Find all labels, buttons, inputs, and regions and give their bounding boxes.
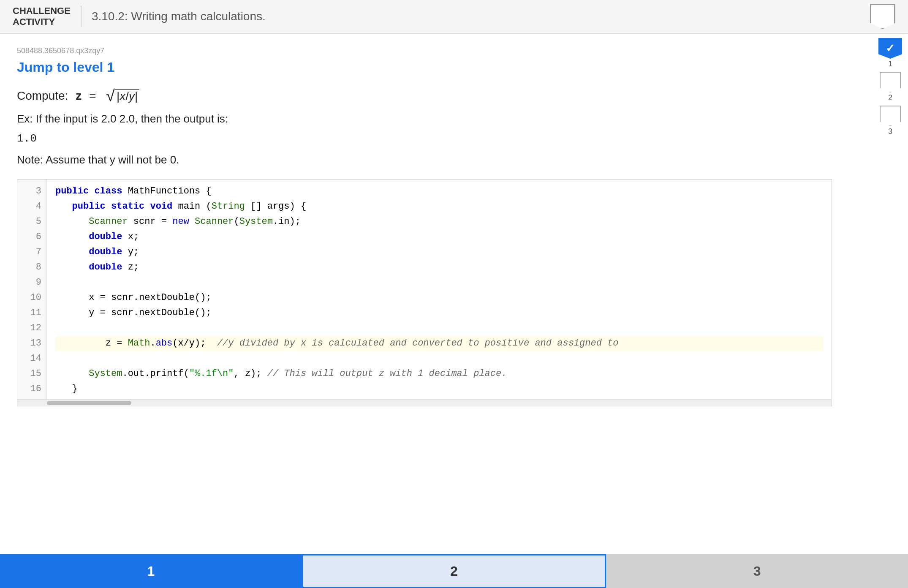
- line-num-14: 14: [17, 351, 46, 366]
- code-line-3: public class MathFunctions {: [55, 184, 823, 199]
- main-sig: main (: [178, 199, 211, 214]
- equals-sign: =: [86, 89, 99, 103]
- line-num-10: 10: [17, 290, 46, 305]
- tab-button-3[interactable]: 3: [606, 554, 908, 588]
- challenge-activity-label: CHALLENGE ACTIVITY: [13, 5, 71, 28]
- code-line-16: }: [55, 381, 823, 397]
- header: CHALLENGE ACTIVITY 3.10.2: Writing math …: [0, 0, 908, 34]
- line-numbers: 3 4 5 6 7 8 9 10 11 12 13 14 15 16 17: [17, 180, 47, 399]
- note-line: Note: Assume that y will not be 0.: [17, 153, 866, 166]
- formula-container: √ |x/y|: [106, 88, 139, 104]
- sqrt-content: |x/y|: [115, 89, 139, 103]
- line-num-11: 11: [17, 305, 46, 321]
- cls-string: String: [212, 199, 245, 214]
- badge-shape-3: [880, 106, 901, 126]
- line-num-9: 9: [17, 275, 46, 290]
- header-left: CHALLENGE ACTIVITY 3.10.2: Writing math …: [0, 5, 278, 28]
- code-line-7: double y;: [55, 245, 823, 260]
- code-line-11: y = scnr.nextDouble();: [55, 305, 823, 321]
- header-divider: [81, 6, 82, 27]
- horizontal-scrollbar[interactable]: [17, 399, 832, 406]
- code-line-13[interactable]: z = Math.abs(x/y); //y divided by x is c…: [55, 336, 823, 351]
- badge-shape-2: [880, 72, 901, 93]
- line-num-15: 15: [17, 366, 46, 381]
- code-line-6: double x;: [55, 229, 823, 245]
- main-content: 508488.3650678.qx3zqy7 Jump to level 1 C…: [0, 34, 908, 406]
- line-num-6: 6: [17, 229, 46, 245]
- sqrt-symbol: √: [106, 88, 115, 104]
- checkmark-icon: ✓: [886, 42, 895, 55]
- cls-system-out: System: [89, 366, 122, 381]
- kw-public-4: public: [72, 199, 111, 214]
- level-badge-1[interactable]: ✓ 1: [877, 38, 904, 68]
- code-line-10: x = scnr.nextDouble();: [55, 290, 823, 305]
- kw-static: static: [111, 199, 150, 214]
- code-line-9: [55, 275, 823, 290]
- kw-new: new: [172, 214, 195, 229]
- line-num-17: 17: [17, 397, 46, 399]
- cls-scanner: Scanner: [89, 214, 128, 229]
- compute-prefix: Compute:: [17, 89, 71, 103]
- code-line-14: [55, 351, 823, 366]
- badge-shape-1: ✓: [878, 38, 902, 59]
- kw-public-3: public: [55, 184, 94, 199]
- kw-double-7: double: [89, 245, 128, 259]
- badge-num-3: 3: [888, 127, 892, 136]
- compute-var: z: [76, 89, 82, 103]
- scrollbar-thumb[interactable]: [47, 401, 131, 405]
- cls-scanner2: Scanner: [195, 214, 234, 229]
- level-badge-2[interactable]: 2: [877, 72, 904, 102]
- code-line-8: double z;: [55, 260, 823, 275]
- kw-double-6: double: [89, 229, 128, 244]
- cls-math: Math: [128, 336, 150, 351]
- arr-bracket: [] args) {: [245, 199, 306, 214]
- tab-button-1[interactable]: 1: [0, 554, 302, 588]
- problem-section: Compute: z = √ |x/y| Ex: If the input is…: [17, 88, 866, 166]
- str-format: "%.1f\n": [189, 366, 234, 381]
- line-num-5: 5: [17, 214, 46, 229]
- code-lines[interactable]: public class MathFunctions { public stat…: [47, 180, 832, 399]
- comment-15: // This will output z with 1 decimal pla…: [267, 366, 507, 381]
- code-line-12: [55, 321, 823, 336]
- code-area[interactable]: 3 4 5 6 7 8 9 10 11 12 13 14 15 16 17 pu…: [17, 180, 832, 399]
- line-num-12: 12: [17, 321, 46, 336]
- badge-num-2: 2: [888, 93, 892, 102]
- compute-line: Compute: z = √ |x/y|: [17, 88, 866, 104]
- code-line-5: Scanner scnr = new Scanner(System.in);: [55, 214, 823, 229]
- header-badge-icon: [870, 4, 895, 29]
- bottom-tabs: 1 2 3: [0, 554, 908, 588]
- cls-system: System: [239, 214, 273, 229]
- line-num-7: 7: [17, 245, 46, 260]
- line-num-3: 3: [17, 184, 46, 199]
- kw-class: class: [94, 184, 128, 199]
- kw-double-8: double: [89, 260, 128, 275]
- comment-13: //y divided by x is calculated and conve…: [217, 336, 619, 351]
- code-line-17: }: [55, 397, 823, 399]
- cls-name: MathFunctions {: [128, 184, 212, 199]
- example-line: Ex: If the input is 2.0 2.0, then the ou…: [17, 112, 866, 125]
- jump-to-level-link[interactable]: Jump to level 1: [17, 60, 866, 75]
- line-num-4: 4: [17, 199, 46, 214]
- code-line-15: System.out.printf("%.1f\n", z); // This …: [55, 366, 823, 381]
- tab-button-2[interactable]: 2: [302, 554, 606, 588]
- method-abs: abs: [156, 336, 173, 351]
- example-output: 1.0: [17, 132, 866, 145]
- activity-title: 3.10.2: Writing math calculations.: [92, 10, 266, 23]
- badge-num-1: 1: [888, 60, 892, 68]
- level-badge-3[interactable]: 3: [877, 106, 904, 136]
- kw-void: void: [150, 199, 178, 214]
- line-num-8: 8: [17, 260, 46, 275]
- session-id: 508488.3650678.qx3zqy7: [17, 46, 866, 55]
- code-line-4: public static void main (String [] args)…: [55, 199, 823, 214]
- code-editor[interactable]: 3 4 5 6 7 8 9 10 11 12 13 14 15 16 17 pu…: [17, 179, 832, 406]
- side-level-panel: ✓ 1 2 3: [877, 38, 904, 136]
- line-num-16: 16: [17, 381, 46, 397]
- line-num-13: 13: [17, 336, 46, 351]
